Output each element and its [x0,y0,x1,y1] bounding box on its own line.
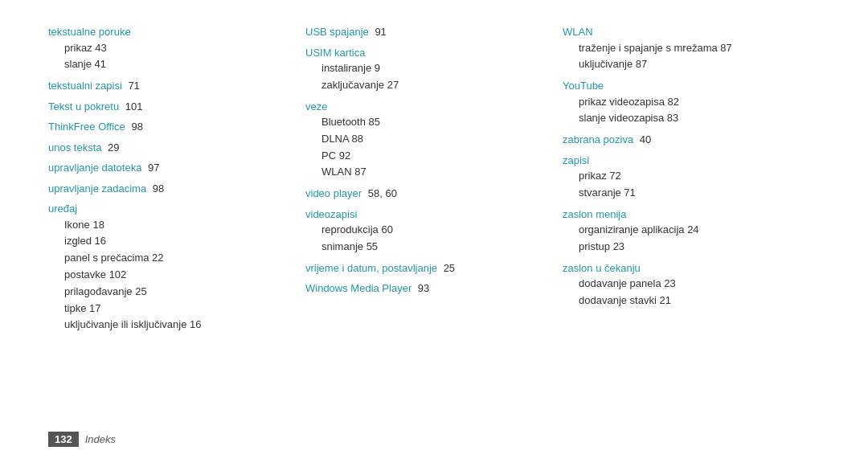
entry-uredaj: uređajIkone 18izgled 16panel s prečacima… [48,201,281,334]
entry-link-zabrana-poziva[interactable]: zabrana poziva [563,133,633,145]
sub-entry-line: tipke 17 [64,301,281,317]
entry-link-windows-media-player[interactable]: Windows Media Player [305,282,411,294]
sub-entry-line: Ikone 18 [64,217,281,234]
sub-entries-veze: Bluetooth 85DLNA 88PC 92WLAN 87 [305,114,538,181]
entry-link-zaslon-u-cekanju[interactable]: zaslon u čekanju [563,262,641,274]
sub-entry-line: traženje i spajanje s mrežama 87 [579,40,796,57]
entry-link-zapisi[interactable]: zapisi [563,154,589,166]
entry-zaslon-u-cekanju: zaslon u čekanjudodavanje panela 23dodav… [563,260,796,309]
entry-number-windows-media-player: 93 [415,282,429,294]
entry-videozapisi: videozapisireprodukcija 60snimanje 55 [305,207,538,256]
sub-entries-tekstualne-poruke: prikaz 43slanje 41 [48,40,281,74]
entry-link-wlan[interactable]: WLAN [563,26,593,38]
entry-link-zaslon-menija[interactable]: zaslon menija [563,208,627,220]
sub-entry-line: uključivanje 87 [579,56,796,73]
entry-number-upravljanje-zadacima: 98 [149,182,164,195]
entry-link-usb-spajanje[interactable]: USB spajanje [305,26,369,38]
entry-number-unos-teksta: 29 [105,141,120,154]
sub-entry-line: postavke 102 [64,267,281,284]
sub-entries-zaslon-u-cekanju: dodavanje panela 23dodavanje stavki 21 [563,276,796,309]
sub-entries-wlan: traženje i spajanje s mrežama 87uključiv… [563,40,796,74]
entry-thinkfree-office: ThinkFree Office 98 [48,119,281,135]
entry-upravljanje-zadacima: upravljanje zadacima 98 [48,181,281,197]
footer-text: Indeks [85,433,116,445]
entry-link-upravljanje-datoteka[interactable]: upravljanje datoteka [48,162,141,174]
column-col2: USB spajanje 91USIM karticainstaliranje … [305,24,563,416]
entry-video-player: video player 58, 60 [305,186,538,202]
sub-entry-line: prikaz videozapisa 82 [579,94,796,111]
entry-vrijeme-i-datum: vrijeme i datum, postavljanje 25 [305,260,538,276]
sub-entry-line: WLAN 87 [321,164,538,181]
sub-entry-line: zaključavanje 27 [321,77,538,94]
entry-number-vrijeme-i-datum: 25 [440,262,455,274]
content-area: tekstualne porukeprikaz 43slanje 41tekst… [48,24,820,416]
sub-entry-line: Bluetooth 85 [321,114,538,131]
sub-entries-zaslon-menija: organiziranje aplikacija 24pristup 23 [563,222,796,256]
sub-entry-line: DLNA 88 [321,131,538,148]
entry-number-tekst-u-pokretu: 101 [122,100,142,113]
sub-entry-line: prikaz 72 [579,168,796,185]
column-col1: tekstualne porukeprikaz 43slanje 41tekst… [48,24,305,416]
entry-usb-spajanje: USB spajanje 91 [305,24,538,40]
entry-link-upravljanje-zadacima[interactable]: upravljanje zadacima [48,182,146,195]
footer-number: 132 [48,432,79,447]
sub-entry-line: dodavanje stavki 21 [579,293,796,309]
sub-entry-line: panel s prečacima 22 [64,250,281,267]
entry-wlan: WLANtraženje i spajanje s mrežama 87uklj… [563,24,796,73]
sub-entry-line: slanje videozapisa 83 [579,110,796,127]
entry-youtube: YouTubeprikaz videozapisa 82slanje video… [563,78,796,127]
entry-tekstualni-zapisi: tekstualni zapisi 71 [48,78,281,94]
page-container: tekstualne porukeprikaz 43slanje 41tekst… [0,0,868,471]
entry-link-usim-kartica[interactable]: USIM kartica [305,47,365,59]
entry-link-tekstualne-poruke[interactable]: tekstualne poruke [48,26,131,38]
sub-entry-line: organiziranje aplikacija 24 [579,222,796,239]
entry-link-veze[interactable]: veze [305,100,327,113]
entry-link-uredaj[interactable]: uređaj [48,203,77,215]
entry-number-usb-spajanje: 91 [372,26,387,38]
footer: 132 Indeks [48,416,820,447]
entry-unos-teksta: unos teksta 29 [48,140,281,156]
sub-entries-zapisi: prikaz 72stvaranje 71 [563,168,796,202]
entry-zapisi: zapisiprikaz 72stvaranje 71 [563,153,796,202]
sub-entry-line: prilagođavanje 25 [64,284,281,301]
entry-number-zabrana-poziva: 40 [637,133,651,145]
entry-number-thinkfree-office: 98 [129,121,143,133]
sub-entry-line: dodavanje panela 23 [579,276,796,293]
entry-number-upravljanje-datoteka: 97 [145,162,159,174]
entry-link-youtube[interactable]: YouTube [563,80,604,92]
entry-veze: vezeBluetooth 85DLNA 88PC 92WLAN 87 [305,99,538,182]
entry-number-video-player: 58, 60 [365,187,397,199]
column-col3: WLANtraženje i spajanje s mrežama 87uklj… [563,24,820,416]
entry-upravljanje-datoteka: upravljanje datoteka 97 [48,160,281,176]
entry-tekstualne-poruke: tekstualne porukeprikaz 43slanje 41 [48,24,281,73]
entry-link-unos-teksta[interactable]: unos teksta [48,141,102,154]
sub-entries-usim-kartica: instaliranje 9zaključavanje 27 [305,60,538,94]
entry-link-vrijeme-i-datum[interactable]: vrijeme i datum, postavljanje [305,262,437,274]
sub-entry-line: instaliranje 9 [321,60,538,77]
sub-entry-line: prikaz 43 [64,40,281,57]
sub-entry-line: uključivanje ili isključivanje 16 [64,317,281,334]
entry-number-tekstualni-zapisi: 71 [125,80,140,92]
entry-link-videozapisi[interactable]: videozapisi [305,208,357,220]
entry-zabrana-poziva: zabrana poziva 40 [563,132,796,148]
entry-zaslon-menija: zaslon menijaorganiziranje aplikacija 24… [563,207,796,256]
sub-entry-line: reprodukcija 60 [321,222,538,239]
sub-entry-line: PC 92 [321,148,538,165]
sub-entry-line: stvaranje 71 [579,185,796,202]
entry-usim-kartica: USIM karticainstaliranje 9zaključavanje … [305,45,538,94]
entry-link-video-player[interactable]: video player [305,187,362,199]
sub-entry-line: slanje 41 [64,56,281,73]
entry-link-tekst-u-pokretu[interactable]: Tekst u pokretu [48,100,119,113]
sub-entry-line: izgled 16 [64,233,281,250]
entry-windows-media-player: Windows Media Player 93 [305,281,538,297]
sub-entries-videozapisi: reprodukcija 60snimanje 55 [305,222,538,256]
entry-tekst-u-pokretu: Tekst u pokretu 101 [48,99,281,115]
sub-entries-youtube: prikaz videozapisa 82slanje videozapisa … [563,94,796,128]
sub-entry-line: pristup 23 [579,239,796,256]
sub-entries-uredaj: Ikone 18izgled 16panel s prečacima 22pos… [48,217,281,334]
sub-entry-line: snimanje 55 [321,239,538,256]
entry-link-tekstualni-zapisi[interactable]: tekstualni zapisi [48,80,122,92]
entry-link-thinkfree-office[interactable]: ThinkFree Office [48,121,125,133]
